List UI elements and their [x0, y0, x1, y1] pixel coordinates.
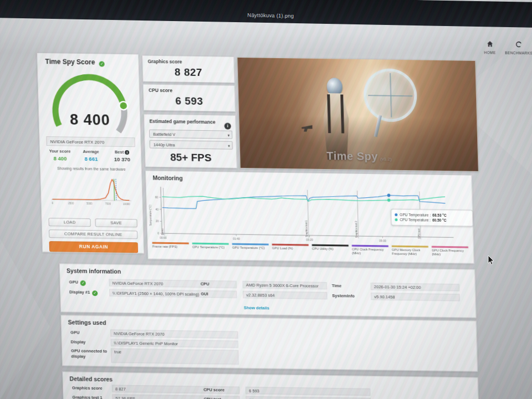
svg-text:0: 0 [52, 202, 53, 204]
display-label: Display #1✓ [69, 290, 98, 296]
score-distribution-chart: 025005000750010000 [48, 173, 134, 207]
average-label: Average [74, 149, 108, 155]
legend-swatch [192, 243, 229, 245]
legend-swatch [392, 245, 428, 248]
cpu-test-value: 22.15 FPS [245, 396, 370, 399]
legend-item-frame-rate-fps-[interactable]: Frame rate (FPS) [152, 242, 190, 253]
check-icon: ✓ [92, 290, 98, 296]
system-information-title: System information [66, 268, 121, 275]
svg-text:20: 20 [156, 219, 159, 223]
estimated-performance-card: Estimated game performance i Battlefield… [144, 114, 237, 168]
display-value: \\.\DISPLAY1 Generic PnP Monitor [111, 339, 238, 348]
legend-label: CPU Clock Frequency (MHz) [352, 248, 388, 255]
legend-label: Frame rate (FPS) [152, 245, 189, 249]
svg-text:Graphics test 1: Graphics test 1 [305, 220, 309, 237]
cpu-score-label: CPU score [203, 387, 224, 393]
distribution-curve [52, 178, 129, 200]
graphics-score-value: 8 827 [143, 66, 234, 79]
figure-strap-art [327, 94, 331, 133]
estimated-fps-value: 85+ FPS [145, 151, 237, 165]
monitoring-title: Monitoring [152, 175, 183, 182]
cpu-temp-dot [395, 218, 397, 221]
gui-value: v2.32.8853 s64 [243, 291, 327, 299]
tooltip-label: GPU Temperature : [400, 213, 431, 217]
legend-item-cpu-temperature-c-[interactable]: CPU Temperature (°C) [192, 243, 229, 253]
preset-select[interactable]: 1440p Ultra ▾ [150, 140, 233, 150]
nav-home[interactable]: HOME [475, 39, 504, 55]
data-point-dot [387, 194, 391, 197]
preset-select-value: 1440p Ultra [154, 142, 175, 148]
gpu-connected-value: true [111, 349, 239, 365]
screen-background: Näyttökuva (1).png HOME BENCHMARKS Time … [0, 0, 532, 399]
gui-label: GUI [201, 291, 208, 296]
cpu-score-card: CPU score 6 593 [143, 84, 236, 112]
settings-used-card: Settings used GPU NVIDIA GeForce RTX 207… [60, 315, 478, 371]
same-hardware-note: Showing results from the same hardware [40, 166, 142, 172]
display-label: Display [71, 340, 86, 345]
legend-item-gpu-load-[interactable]: GPU Load (%) [272, 244, 309, 254]
photo-of-monitor: Näyttökuva (1).png HOME BENCHMARKS Time … [0, 0, 532, 399]
check-icon: ✓ [80, 280, 86, 286]
cpu-score-value: 6 593 [245, 387, 370, 396]
figure-strap-art [340, 95, 344, 134]
nav-home-label: HOME [475, 50, 504, 55]
tooltip-value: 68.53 °C [432, 213, 447, 217]
legend-item-gpu-memory-clock-frequency-mhz-[interactable]: GPU Memory Clock Frequency (MHz) [392, 245, 429, 256]
svg-text:CPU test: CPU test [417, 228, 421, 239]
cpu-score-label: CPU score [149, 88, 172, 94]
svg-text:00:00: 00:00 [160, 236, 167, 239]
legend-item-gpu-clock-frequency-mhz-[interactable]: GPU Clock Frequency (MHz) [432, 246, 469, 257]
svg-text:40: 40 [155, 208, 158, 211]
game-select[interactable]: Battlefield V ▾ [149, 130, 232, 139]
svg-text:Graphics test 2: Graphics test 2 [355, 221, 359, 238]
cpu-label: CPU [201, 282, 209, 287]
your-score-block: Your score 8 400 [43, 149, 77, 162]
save-button[interactable]: SAVE [95, 218, 137, 227]
score-distribution-svg: 025005000750010000 [48, 173, 134, 207]
best-label: Best i [105, 150, 139, 155]
svg-text:05:00: 05:00 [379, 239, 386, 242]
nav-benchmarks-label: BENCHMARKS [504, 51, 532, 55]
legend-swatch [272, 244, 309, 246]
game-select-value: Battlefield V [153, 132, 175, 137]
your-score-label: Your score [43, 149, 76, 154]
run-again-button[interactable]: RUN AGAIN [49, 241, 139, 253]
compare-result-online-button[interactable]: COMPARE RESULT ONLINE [49, 229, 137, 239]
tooltip-row: GPU Temperature : 68.53 °C [395, 213, 469, 218]
svg-text:7500: 7500 [105, 203, 111, 206]
score-card-title: Time Spy Score ✓ [45, 58, 105, 66]
score-card-title-text: Time Spy Score [45, 58, 95, 66]
nav-benchmarks[interactable]: BENCHMARKS [504, 40, 532, 55]
top-nav: HOME BENCHMARKS [475, 39, 532, 55]
load-button[interactable]: LOAD [48, 218, 90, 227]
average-value: 8 661 [74, 156, 108, 162]
tooltip-row: CPU Temperature : 60.50 °C [395, 218, 469, 223]
legend-item-gpu-temperature-c-[interactable]: GPU Temperature (°C) [232, 243, 269, 254]
banner-version: (v1.2) [380, 157, 392, 162]
best-score-block: Best i 10 370 [105, 150, 139, 163]
gpu-label: GPU✓ [69, 280, 86, 286]
svg-text:60: 60 [155, 196, 158, 199]
detailed-scores-title: Detailed scores [69, 376, 112, 383]
tooltip-value: 60.50 °C [432, 218, 447, 222]
your-score-value: 8 400 [43, 155, 76, 162]
cpu-score-value: 6 593 [144, 95, 235, 108]
tooltip-label: CPU Temperature : [400, 218, 431, 222]
legend-swatch [432, 246, 468, 248]
svg-text:01:40: 01:40 [233, 237, 240, 241]
info-icon[interactable]: i [125, 150, 129, 155]
legend-label: GPU Memory Clock Frequency (MHz) [392, 248, 428, 256]
magnifying-glass-art [363, 68, 418, 122]
svg-text:Demo: Demo [161, 228, 164, 235]
svg-text:Temperature (°C): Temperature (°C) [149, 204, 152, 226]
graphics-score-card: Graphics score 8 827 [142, 55, 234, 83]
info-icon[interactable]: i [224, 120, 232, 130]
show-details-link[interactable]: Show details [244, 305, 269, 311]
time-spy-banner: Time Spy(v1.2) [237, 57, 479, 172]
estimated-title: Estimated game performance [149, 119, 216, 125]
legend-item-cpu-utility-[interactable]: CPU Utility (%) [312, 244, 349, 255]
legend-label: CPU Temperature (°C) [192, 245, 229, 250]
legend-item-cpu-clock-frequency-mhz-[interactable]: CPU Clock Frequency (MHz) [352, 245, 389, 255]
systeminfo-value: v5.90.1458 [371, 293, 459, 301]
check-icon: ✓ [99, 62, 105, 67]
